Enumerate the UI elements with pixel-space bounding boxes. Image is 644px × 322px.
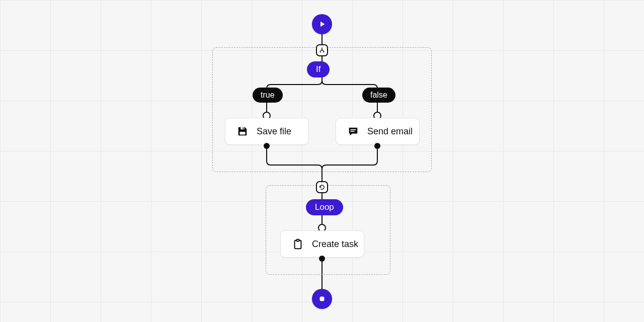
svg-rect-16 — [320, 297, 325, 301]
clipboard-icon — [292, 238, 304, 250]
workflow-canvas[interactable]: If true false Save file Send email Loop — [0, 0, 644, 322]
node-create-task[interactable]: Create task — [280, 230, 364, 258]
play-icon — [317, 20, 327, 29]
branch-icon — [318, 47, 326, 54]
save-file-label: Save file — [257, 126, 291, 137]
loop-label[interactable]: Loop — [306, 199, 343, 215]
svg-rect-9 — [240, 132, 246, 135]
false-label[interactable]: false — [362, 88, 395, 103]
if-label[interactable]: If — [307, 61, 330, 77]
if-scope-chip[interactable] — [316, 44, 328, 56]
false-text: false — [370, 91, 387, 100]
if-text: If — [316, 64, 320, 74]
port-out-send[interactable] — [374, 143, 380, 149]
message-icon — [347, 125, 359, 137]
svg-rect-13 — [351, 131, 355, 132]
end-node[interactable] — [312, 289, 332, 309]
svg-rect-10 — [240, 127, 244, 130]
send-email-label: Send email — [367, 126, 413, 137]
save-icon — [236, 125, 249, 137]
loop-scope-chip[interactable] — [316, 181, 328, 193]
node-send-email[interactable]: Send email — [336, 118, 420, 145]
create-task-label: Create task — [312, 239, 358, 250]
loop-icon — [318, 184, 326, 191]
port-out-save[interactable] — [264, 143, 270, 149]
svg-rect-12 — [351, 129, 356, 130]
port-out-create[interactable] — [319, 256, 325, 262]
start-node[interactable] — [312, 14, 332, 34]
node-save-file[interactable]: Save file — [225, 118, 309, 145]
loop-group[interactable] — [266, 185, 390, 275]
true-label[interactable]: true — [253, 88, 283, 103]
loop-text: Loop — [315, 202, 334, 212]
svg-rect-15 — [296, 239, 299, 242]
true-text: true — [261, 91, 275, 100]
svg-point-7 — [319, 51, 320, 52]
svg-rect-11 — [243, 127, 244, 129]
svg-point-8 — [323, 51, 324, 52]
stop-icon — [317, 294, 327, 303]
